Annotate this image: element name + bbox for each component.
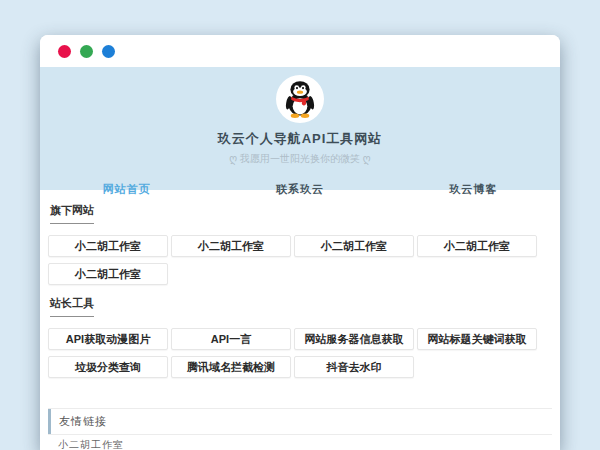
site-logo [276, 75, 324, 123]
window-titlebar [40, 35, 560, 67]
tool-button-douyin-watermark[interactable]: 抖音去水印 [294, 356, 414, 378]
site-header: 玖云个人导航API工具网站 ღ 我愿用一世阳光换你的微笑 ღ 网站首页 联系玖云… [40, 67, 560, 190]
tool-button-server-info[interactable]: 网站服务器信息获取 [294, 328, 414, 350]
nav-item-blog[interactable]: 玖云博客 [449, 182, 497, 197]
window-control-green-dot[interactable] [80, 45, 93, 58]
footer-block: 友情链接 小二胡工作室 © 2020 Copyright 粤ICP备202013… [48, 408, 552, 450]
tool-button-title-keywords[interactable]: 网站标题关键词获取 [417, 328, 537, 350]
webmaster-tools-grid: API获取动漫图片 API一言 网站服务器信息获取 网站标题关键词获取 垃圾分类… [48, 328, 552, 378]
main-content: 旗下网站 小二胡工作室 小二胡工作室 小二胡工作室 小二胡工作室 小二胡工作室 … [40, 190, 560, 450]
tool-button-domain-block-check[interactable]: 腾讯域名拦截检测 [171, 356, 291, 378]
tool-button-anime-image-api[interactable]: API获取动漫图片 [48, 328, 168, 350]
friend-links-header: 友情链接 [48, 409, 552, 434]
friend-links-title: 友情链接 [51, 414, 107, 429]
nav-item-contact[interactable]: 联系玖云 [276, 182, 324, 197]
tool-button-hitokoto-api[interactable]: API一言 [171, 328, 291, 350]
friend-link-row: 小二胡工作室 [48, 435, 552, 450]
window-control-red-dot[interactable] [58, 45, 71, 58]
browser-window: 玖云个人导航API工具网站 ღ 我愿用一世阳光换你的微笑 ღ 网站首页 联系玖云… [40, 35, 560, 450]
site-link-button[interactable]: 小二胡工作室 [48, 263, 168, 285]
site-link-button[interactable]: 小二胡工作室 [48, 235, 168, 257]
section-title-owned-sites: 旗下网站 [50, 203, 94, 224]
site-link-button[interactable]: 小二胡工作室 [294, 235, 414, 257]
tool-button-garbage-sort[interactable]: 垃圾分类查询 [48, 356, 168, 378]
friend-link-xiaoerhu[interactable]: 小二胡工作室 [58, 438, 124, 450]
site-title: 玖云个人导航API工具网站 [40, 130, 560, 148]
site-subtitle: ღ 我愿用一世阳光换你的微笑 ღ [40, 152, 560, 166]
qq-penguin-icon [278, 77, 322, 121]
section-title-webmaster-tools: 站长工具 [50, 296, 94, 317]
site-link-button[interactable]: 小二胡工作室 [417, 235, 537, 257]
site-link-button[interactable]: 小二胡工作室 [171, 235, 291, 257]
nav-item-home[interactable]: 网站首页 [103, 182, 151, 197]
section-owned-sites: 旗下网站 小二胡工作室 小二胡工作室 小二胡工作室 小二胡工作室 小二胡工作室 [48, 200, 552, 285]
owned-sites-grid: 小二胡工作室 小二胡工作室 小二胡工作室 小二胡工作室 小二胡工作室 [48, 235, 552, 285]
section-webmaster-tools: 站长工具 API获取动漫图片 API一言 网站服务器信息获取 网站标题关键词获取… [48, 293, 552, 378]
window-control-blue-dot[interactable] [102, 45, 115, 58]
